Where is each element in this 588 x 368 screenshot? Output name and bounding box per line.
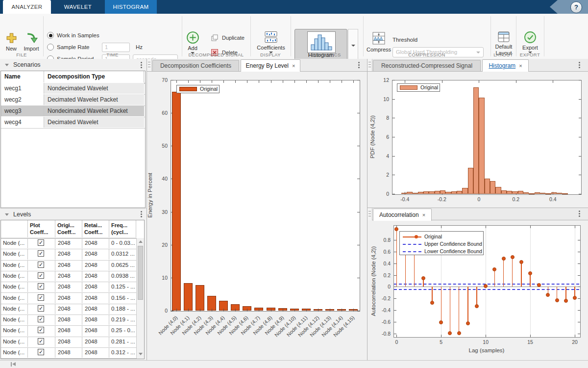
plot-checkbox[interactable]: ✓ — [38, 349, 44, 355]
pdf-bar — [529, 193, 534, 194]
tab-histogram[interactable]: HISTOGRAM — [105, 0, 157, 14]
coefficients-label: Coefficients — [257, 45, 285, 51]
levels-table: PlotCoeff...Origi...Coeff...Retai...Coef… — [0, 220, 145, 359]
new-plus-icon — [5, 32, 18, 44]
plot-area — [392, 80, 582, 195]
legend: Original — [397, 83, 440, 92]
scenario-name-cell[interactable]: wecg1 — [1, 83, 44, 94]
table-row[interactable]: wecg3Nondecimated Wavelet Packet — [1, 105, 145, 117]
column-header[interactable]: Origi...Coeff... — [55, 220, 82, 237]
tab-analyzer[interactable]: ANALYZER — [3, 0, 51, 14]
new-button[interactable]: New — [3, 32, 20, 52]
tick-mark — [342, 309, 342, 311]
scenarios-panel-header[interactable]: Scenarios — [0, 59, 147, 71]
column-header[interactable] — [1, 220, 28, 237]
column-header[interactable]: PlotCoeff... — [28, 220, 55, 237]
panel-grip[interactable] — [368, 208, 372, 220]
import-button[interactable]: Import — [22, 32, 41, 52]
tab-energy-by-level[interactable]: Energy By Level× — [241, 59, 300, 72]
table-row[interactable]: Node (...✓204820480.0625 ... — [1, 260, 136, 271]
plot-checkbox[interactable]: ✓ — [38, 327, 44, 333]
plot-checkbox[interactable]: ✓ — [38, 250, 44, 257]
radio-work-in-samples[interactable]: Work in Samples — [47, 32, 99, 39]
scenarios-menu-icon[interactable] — [141, 62, 142, 63]
scenario-name-cell[interactable]: wecg3 — [1, 105, 44, 116]
compress-button[interactable]: Compress — [366, 31, 392, 53]
stem-marker — [466, 321, 470, 325]
table-row[interactable]: Node (...✓204820480.125 - ... — [1, 282, 136, 293]
tick-mark — [247, 80, 247, 83]
plot-coefficients-cell: ✓ — [28, 282, 55, 292]
table-row[interactable]: wecg2Decimated Wavelet Packet — [1, 94, 145, 106]
table-row[interactable]: Node (...✓204820480 - 0.03... — [1, 238, 136, 249]
histogram-icon — [307, 31, 336, 53]
panel-grip[interactable] — [368, 59, 372, 71]
tick-mark — [188, 80, 189, 83]
tab-decomposition-coefficients[interactable]: Decomposition Coefficients — [152, 60, 239, 71]
stem-marker — [564, 299, 568, 303]
coefficients-button[interactable]: Coefficients — [252, 31, 290, 53]
scrollbar-thumb[interactable] — [138, 246, 143, 300]
table-row[interactable]: Node (...✓204820480.281 - ... — [1, 337, 136, 348]
plot-checkbox[interactable]: ✓ — [38, 316, 44, 322]
close-icon[interactable]: × — [422, 212, 425, 218]
retained-coefficients-cell: 2048 — [82, 238, 109, 248]
legend-line — [403, 237, 421, 237]
collapse-triangle-icon[interactable] — [5, 213, 9, 216]
node-cell: Node (... — [1, 271, 28, 281]
table-row[interactable]: Node (...✓204820480.188 - ... — [1, 304, 136, 315]
duplicate-button[interactable]: Duplicate — [211, 34, 245, 42]
pdf-bar — [535, 192, 540, 194]
plot-checkbox[interactable]: ✓ — [38, 294, 44, 301]
add-button[interactable]: Add — [183, 31, 202, 54]
radio-icon[interactable] — [47, 32, 54, 39]
legend-label: Original — [420, 84, 438, 90]
plot-checkbox[interactable]: ✓ — [38, 283, 44, 289]
tab-histogram-doc[interactable]: Histogram× — [482, 59, 529, 72]
close-icon[interactable]: × — [292, 63, 295, 69]
radio-sample-rate[interactable]: Sample Rate — [47, 44, 89, 51]
column-header[interactable]: Freq...(cycl... — [109, 220, 136, 237]
tab-wavelet[interactable]: WAVELET — [51, 0, 105, 14]
levels-menu-icon[interactable] — [141, 211, 142, 212]
section-time: TIME — [43, 52, 182, 57]
plot-checkbox[interactable]: ✓ — [38, 338, 44, 344]
table-row[interactable]: wecg1Nondecimated Wavelet — [1, 83, 145, 95]
tab-autocorrelation[interactable]: Autocorrelation× — [373, 209, 432, 221]
panel-grip[interactable] — [147, 59, 152, 71]
scroll-up-icon[interactable] — [139, 240, 143, 243]
column-header[interactable]: Name — [1, 71, 44, 82]
right-bottom-panel-menu-icon[interactable] — [579, 210, 580, 212]
tab-reconstructed-compressed-signal[interactable]: Reconstructed-Compressed Signal — [373, 60, 481, 71]
export-button[interactable]: Export — [518, 31, 542, 53]
help-icon[interactable]: ? — [570, 1, 582, 13]
close-icon[interactable]: × — [519, 63, 522, 69]
table-row[interactable]: wecg4Decimated Wavelet — [1, 117, 145, 129]
table-row[interactable]: Node (...✓204820480.219 - ... — [1, 315, 136, 326]
right-top-panel-menu-icon[interactable] — [579, 62, 580, 63]
table-row[interactable]: Node (...✓204820480.25 - 0... — [1, 325, 136, 337]
plot-checkbox[interactable]: ✓ — [38, 239, 44, 246]
radio-icon[interactable] — [47, 44, 54, 51]
center-panel-menu-icon[interactable] — [358, 62, 360, 63]
scenario-name-cell[interactable]: wecg2 — [1, 94, 44, 105]
plot-checkbox[interactable]: ✓ — [38, 305, 44, 312]
column-header[interactable]: Retai...Coeff... — [82, 220, 109, 237]
scenarios-header-row: NameDecomposition Type — [1, 71, 145, 83]
table-row[interactable]: Node (...✓204820480.0312 ... — [1, 249, 136, 260]
tick-mark — [247, 309, 247, 311]
pdf-bar — [418, 192, 423, 194]
tick-mark — [271, 309, 271, 311]
pdf-bar — [468, 168, 473, 194]
plot-checkbox[interactable]: ✓ — [38, 272, 44, 279]
sample-rate-input[interactable]: 1 — [102, 43, 130, 52]
table-row[interactable]: Node (...✓204820480.156 - ... — [1, 293, 136, 304]
collapse-triangle-icon[interactable] — [5, 64, 9, 66]
column-header[interactable]: Decomposition Type — [44, 71, 144, 82]
levels-panel-header[interactable]: Levels — [0, 208, 147, 220]
table-row[interactable]: Node (...✓204820480.0938 ... — [1, 271, 136, 282]
table-row[interactable]: Node (...✓204820480.312 - ... — [1, 347, 136, 359]
levels-scrollbar[interactable] — [136, 238, 144, 359]
plot-checkbox[interactable]: ✓ — [38, 262, 44, 268]
scenario-name-cell[interactable]: wecg4 — [1, 117, 44, 128]
